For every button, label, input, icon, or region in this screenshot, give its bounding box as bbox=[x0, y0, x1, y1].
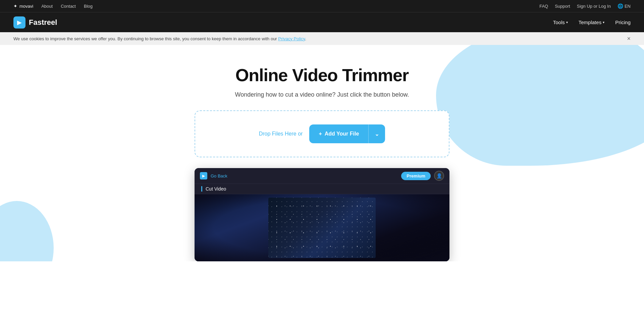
plus-icon: + bbox=[319, 131, 322, 137]
brand-name: Fastreel bbox=[29, 18, 57, 27]
blog-link[interactable]: Blog bbox=[84, 4, 93, 9]
privacy-policy-link[interactable]: Privacy Policy bbox=[278, 36, 305, 41]
cookie-text: We use cookies to improve the services w… bbox=[13, 36, 306, 41]
brand[interactable]: ▶ Fastreel bbox=[13, 16, 57, 29]
tools-nav-link[interactable]: Tools ▾ bbox=[553, 19, 568, 25]
preview-app-logo: ▶ bbox=[200, 172, 207, 179]
hero-subtitle: Wondering how to cut a video online? Jus… bbox=[0, 91, 644, 98]
preview-section: ▶ Go Back Premium 👤 Cut Video bbox=[195, 168, 449, 261]
support-link[interactable]: Support bbox=[555, 4, 570, 9]
video-stars-overlay bbox=[268, 198, 376, 258]
preview-video-area bbox=[195, 194, 449, 261]
templates-nav-link[interactable]: Templates ▾ bbox=[579, 19, 604, 25]
preview-topbar-right: Premium 👤 bbox=[401, 171, 444, 181]
cookie-close-button[interactable]: × bbox=[627, 36, 631, 42]
premium-button[interactable]: Premium bbox=[401, 172, 431, 180]
preview-sidebar-header: Cut Video bbox=[195, 184, 449, 194]
add-file-dropdown-button[interactable]: ⌄ bbox=[368, 124, 385, 143]
top-bar-left: ✦ movavi About Contact Blog bbox=[13, 3, 93, 9]
contact-link[interactable]: Contact bbox=[61, 4, 76, 9]
movavi-star-icon: ✦ bbox=[13, 3, 17, 9]
user-icon[interactable]: 👤 bbox=[434, 171, 444, 181]
add-file-label: Add Your File bbox=[325, 131, 359, 137]
hero-section: Online Video Trimmer Wondering how to cu… bbox=[0, 45, 644, 261]
person-icon: 👤 bbox=[436, 173, 442, 178]
about-link[interactable]: About bbox=[41, 4, 53, 9]
preview-topbar-left: ▶ Go Back bbox=[200, 172, 227, 179]
preview-topbar: ▶ Go Back Premium 👤 bbox=[195, 168, 449, 184]
templates-chevron-icon: ▾ bbox=[603, 20, 604, 24]
chevron-down-icon: ⌄ bbox=[375, 131, 379, 137]
blob-bottom-left-decoration bbox=[0, 201, 54, 261]
movavi-logo[interactable]: ✦ movavi bbox=[13, 3, 33, 9]
hero-title: Online Video Trimmer bbox=[0, 65, 644, 85]
tools-chevron-icon: ▾ bbox=[566, 20, 568, 24]
top-bar-right: FAQ Support Sign Up or Log In 🌐 EN bbox=[539, 3, 631, 9]
add-file-button[interactable]: + Add Your File bbox=[309, 124, 368, 143]
cookie-banner: We use cookies to improve the services w… bbox=[0, 32, 644, 45]
drop-zone[interactable]: Drop Files Here or + Add Your File ⌄ bbox=[195, 110, 449, 157]
nav-links: Tools ▾ Templates ▾ Pricing bbox=[553, 19, 631, 25]
top-bar: ✦ movavi About Contact Blog FAQ Support … bbox=[0, 0, 644, 12]
cut-video-label: Cut Video bbox=[201, 186, 226, 192]
go-back-link[interactable]: Go Back bbox=[211, 173, 227, 178]
movavi-brand-name: movavi bbox=[19, 4, 33, 9]
pricing-nav-link[interactable]: Pricing bbox=[615, 19, 631, 25]
faq-link[interactable]: FAQ bbox=[539, 4, 548, 9]
language-button[interactable]: 🌐 EN bbox=[618, 3, 631, 9]
drop-files-text: Drop Files Here or bbox=[259, 131, 303, 137]
signin-link[interactable]: Sign Up or Log In bbox=[577, 4, 611, 9]
main-nav: ▶ Fastreel Tools ▾ Templates ▾ Pricing bbox=[0, 12, 644, 32]
add-file-button-group: + Add Your File ⌄ bbox=[309, 124, 385, 143]
hero-content: Online Video Trimmer Wondering how to cu… bbox=[0, 65, 644, 157]
lang-label: EN bbox=[625, 4, 631, 9]
globe-icon: 🌐 bbox=[618, 3, 623, 9]
brand-icon: ▶ bbox=[13, 16, 25, 29]
video-preview-placeholder bbox=[268, 198, 376, 258]
